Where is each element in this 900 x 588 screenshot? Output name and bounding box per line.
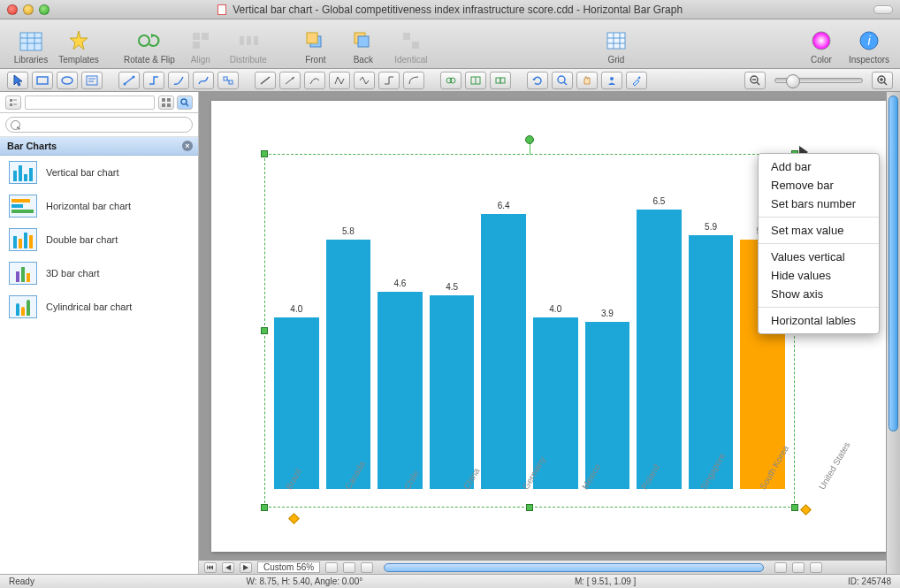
svg-line-57 — [884, 82, 887, 85]
horizontal-bar-chart-icon — [9, 195, 37, 218]
library-item-double-bar[interactable]: Double bar chart — [0, 223, 198, 256]
resize-handle-tl[interactable] — [261, 150, 268, 157]
bar-china[interactable]: 4.5 — [430, 282, 475, 489]
bar-chile[interactable]: 4.6 — [378, 279, 423, 489]
menu-set-max-value[interactable]: Set max value — [759, 221, 879, 240]
zoom-level-field[interactable]: Custom 56% — [257, 561, 320, 573]
color-button[interactable]: Color — [799, 28, 843, 65]
zoom-out-button[interactable] — [744, 72, 766, 89]
page-prev-button[interactable]: ◀ — [222, 562, 234, 573]
menu-remove-bar[interactable]: Remove bar — [759, 176, 879, 195]
footer-tool-2[interactable] — [792, 562, 805, 573]
zoom-slider[interactable] — [774, 78, 863, 83]
ellipse-tool-button[interactable] — [57, 72, 78, 89]
grid-button[interactable]: Grid — [594, 28, 638, 65]
close-section-icon[interactable]: × — [182, 141, 193, 151]
distribute-button[interactable]: Distribute — [226, 28, 271, 65]
svg-rect-16 — [358, 36, 369, 47]
group-tool-3[interactable] — [490, 72, 511, 89]
line-tool-5[interactable] — [354, 72, 375, 89]
connector-tool-4[interactable] — [193, 72, 214, 89]
bar-poland[interactable]: 3.9 — [585, 309, 630, 489]
library-search-input[interactable] — [5, 117, 193, 133]
grid-label: Grid — [607, 55, 624, 65]
toolbar-toggle-pill[interactable] — [873, 5, 893, 14]
menu-horizontal-labels[interactable]: Horizontal lables — [759, 311, 879, 330]
templates-button[interactable]: Templates — [57, 28, 101, 65]
library-section-header[interactable]: Bar Charts × — [0, 137, 198, 156]
connector-tool-3[interactable] — [168, 72, 189, 89]
library-item-horizontal-bar[interactable]: Horizontal bar chart — [0, 189, 198, 223]
sidebar-search-button[interactable] — [177, 95, 193, 110]
group-tool-2[interactable] — [465, 72, 486, 89]
x-axis-labels: BrazilCanadaChileChinaGermanyMexicoPolan… — [273, 481, 866, 525]
group-tool-1[interactable] — [440, 72, 461, 89]
bar-brazil[interactable]: 4.0 — [274, 304, 319, 489]
page-first-button[interactable]: ⏮ — [204, 562, 217, 573]
resize-handle-ml[interactable] — [261, 327, 268, 334]
library-item-cylindrical-bar[interactable]: Cylindrical bar chart — [0, 290, 198, 324]
page-thumb-2[interactable] — [343, 562, 355, 573]
back-button[interactable]: Back — [341, 28, 385, 65]
line-tool-4[interactable] — [329, 72, 350, 89]
sidebar-grid-view-button[interactable] — [158, 95, 174, 110]
canvas-footer: ⏮ ◀ ▶ Custom 56% — [199, 560, 886, 574]
footer-tool-3[interactable] — [810, 562, 822, 573]
line-tool-2[interactable] — [279, 72, 301, 89]
libraries-button[interactable]: Libraries — [9, 28, 53, 65]
footer-tool-1[interactable] — [774, 562, 787, 573]
svg-rect-45 — [500, 78, 505, 83]
svg-rect-44 — [496, 78, 500, 83]
rotate-flip-button[interactable]: Rotate & Flip — [124, 28, 175, 65]
hand-tool[interactable] — [576, 72, 598, 89]
zoom-window-button[interactable] — [39, 4, 50, 15]
bar-singapore[interactable]: 6.5 — [637, 196, 682, 489]
zoom-tool[interactable] — [552, 72, 573, 89]
library-item-3d-bar[interactable]: 3D bar chart — [0, 256, 198, 290]
sidebar-filter-input[interactable] — [25, 95, 155, 110]
menu-hide-values[interactable]: Hide values — [759, 266, 879, 285]
line-tool-3[interactable] — [304, 72, 325, 89]
identical-button[interactable]: Identical — [389, 28, 433, 65]
sidebar-tree-toggle[interactable] — [5, 95, 21, 110]
inspectors-button[interactable]: i Inspectors — [847, 28, 891, 65]
person-tool[interactable] — [601, 72, 622, 89]
front-button[interactable]: Front — [294, 28, 338, 65]
line-tool-7[interactable] — [403, 72, 424, 89]
resize-handle-bl[interactable] — [261, 504, 268, 511]
rotation-handle[interactable] — [525, 135, 534, 144]
rectangle-tool-button[interactable] — [32, 72, 53, 89]
page-thumb-3[interactable] — [361, 562, 373, 573]
connector-tool-2[interactable] — [143, 72, 164, 89]
minimize-window-button[interactable] — [23, 4, 34, 15]
eyedropper-tool[interactable] — [626, 72, 647, 89]
connector-tool-1[interactable] — [118, 72, 140, 89]
close-window-button[interactable] — [7, 4, 18, 15]
menu-show-axis[interactable]: Show axis — [759, 285, 879, 303]
page-thumb-1[interactable] — [325, 562, 338, 573]
vertical-scrollbar[interactable] — [886, 92, 900, 574]
page-next-button[interactable]: ▶ — [240, 562, 252, 573]
bar-rect — [430, 295, 475, 489]
menu-separator — [759, 307, 879, 308]
menu-add-bar[interactable]: Add bar — [759, 157, 879, 176]
svg-line-67 — [186, 103, 188, 106]
menu-values-vertical[interactable]: Values vertical — [759, 248, 879, 266]
text-tool-button[interactable] — [81, 72, 103, 89]
menu-set-bars-number[interactable]: Set bars number — [759, 195, 879, 213]
connector-tool-5[interactable] — [217, 72, 239, 89]
refresh-tool[interactable] — [527, 72, 548, 89]
pointer-tool-button[interactable] — [7, 72, 28, 89]
vertical-scrollbar-thumb[interactable] — [889, 95, 898, 431]
align-button[interactable]: Align — [179, 28, 223, 65]
horizontal-scrollbar[interactable] — [384, 563, 764, 572]
library-item-vertical-bar[interactable]: Vertical bar chart — [0, 156, 198, 189]
rotate-flip-icon — [137, 28, 162, 53]
library-item-list: Vertical bar chart Horizontal bar chart … — [0, 156, 198, 574]
zoom-in-button[interactable] — [872, 72, 893, 89]
line-tool-6[interactable] — [378, 72, 400, 89]
line-tool-1[interactable] — [255, 72, 276, 89]
chart-selection-box[interactable]: 4.05.84.64.56.44.03.96.55.95.8 — [264, 154, 795, 508]
library-item-label: Double bar chart — [46, 234, 118, 245]
svg-rect-35 — [224, 77, 227, 80]
